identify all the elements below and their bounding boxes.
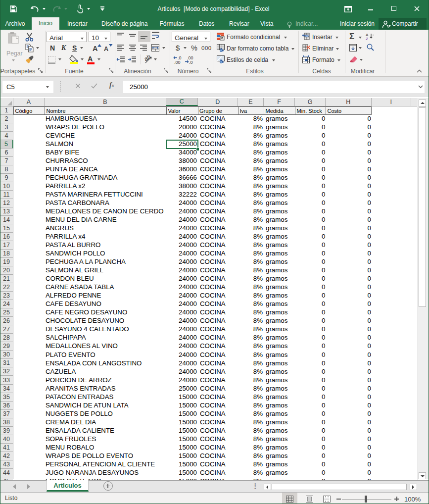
svg-text:.0: .0 [189,60,193,65]
svg-text:.00: .00 [174,60,181,65]
svg-text:Z: Z [366,37,368,41]
